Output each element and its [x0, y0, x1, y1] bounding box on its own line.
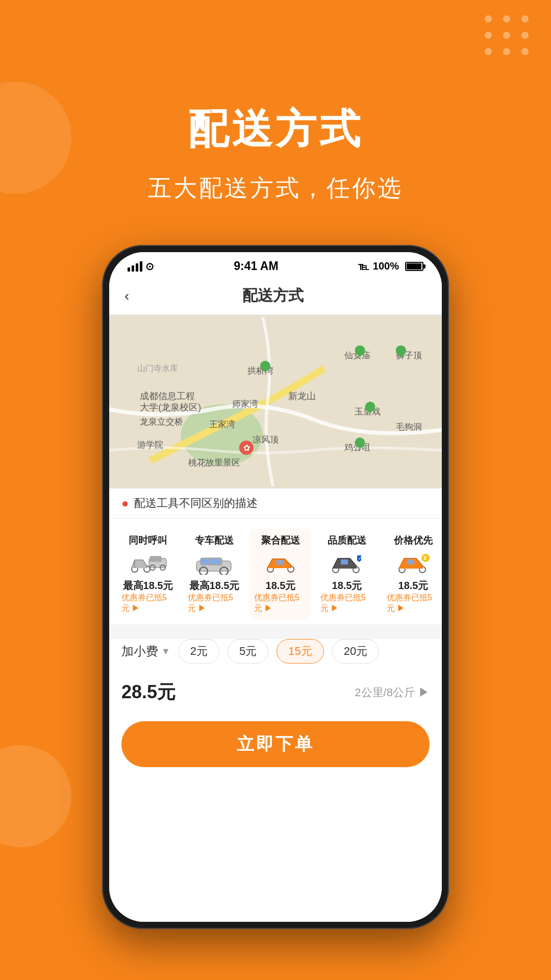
map-area[interactable]: 成都信息工程 大学(龙泉校区) 龙泉立交桥 游学院 王家湾 桃花故里景区 拱桥湾… [109, 315, 442, 488]
svg-rect-0 [109, 317, 442, 486]
option-coupon-5: 优惠券已抵5元 ▶ [387, 593, 440, 614]
option-express-car[interactable]: 专车配送 最高18.5元 优惠券已抵 [184, 529, 245, 619]
signal-icon [128, 261, 142, 272]
svg-rect-48 [341, 559, 348, 565]
option-name-4: 品质配送 [328, 534, 366, 547]
warning-icon: ● [121, 496, 129, 510]
svg-text:毛狗洞: 毛狗洞 [396, 422, 422, 432]
decorative-dot-grid [485, 15, 531, 55]
distance-info: 2公里/8公斤 ▶ [355, 685, 430, 700]
svg-text:凉风顶: 凉风顶 [253, 435, 279, 445]
map-svg: 成都信息工程 大学(龙泉校区) 龙泉立交桥 游学院 王家湾 桃花故里景区 拱桥湾… [109, 315, 442, 488]
svg-text:龙泉立交桥: 龙泉立交桥 [140, 417, 183, 427]
svg-text:师家湾: 师家湾 [232, 399, 258, 409]
option-img-5: ¥ [393, 551, 434, 575]
page-title: 配送方式 [0, 102, 551, 157]
battery-pct: 100% [373, 260, 399, 272]
option-name-1: 同时呼叫 [129, 534, 167, 547]
warning-text: 配送工具不同区别的描述 [134, 496, 258, 511]
option-price-2: 最高18.5元 [189, 579, 240, 593]
svg-text:山门寺水库: 山门寺水库 [137, 363, 178, 373]
nav-bar: ‹ 配送方式 [109, 277, 442, 315]
option-quality[interactable]: 品质配送 ✓ 18.5元 [316, 529, 378, 619]
svg-text:✿: ✿ [243, 443, 250, 452]
option-name-3: 聚合配送 [261, 534, 300, 547]
header-section: 配送方式 五大配送方式，任你选 [0, 102, 551, 204]
screen-bottom [109, 779, 442, 922]
svg-text:桃花故里景区: 桃花故里景区 [188, 458, 240, 468]
svg-text:✓: ✓ [358, 556, 362, 561]
option-price-5: 18.5元 [398, 579, 429, 593]
option-img-4: ✓ [327, 551, 367, 575]
option-price-3: 18.5元 [266, 579, 296, 593]
phone-shell: ⊙ 9:41 AM ℡ 100% ‹ 配送方式 [102, 245, 449, 929]
option-coupon-1: 优惠券已抵5元 ▶ [121, 593, 174, 614]
extra-fee-label: 加小费 ▼ [121, 643, 170, 659]
status-time: 9:41 AM [234, 259, 278, 273]
option-img-3 [260, 551, 301, 575]
svg-text:王家湾: 王家湾 [209, 420, 235, 429]
option-img-1 [128, 551, 168, 575]
status-right: ℡ 100% [358, 260, 423, 273]
svg-rect-34 [150, 556, 161, 561]
option-coupon-3: 优惠券已抵5元 ▶ [254, 593, 307, 614]
phone-mockup: ⊙ 9:41 AM ℡ 100% ‹ 配送方式 [102, 245, 449, 929]
wifi-icon: ⊙ [145, 260, 154, 273]
order-button[interactable]: 立即下单 [121, 721, 430, 767]
delivery-options: 同时呼叫 [109, 519, 442, 624]
page-subtitle: 五大配送方式，任你选 [0, 173, 551, 204]
svg-rect-39 [202, 559, 210, 564]
fee-option-4[interactable]: 20元 [332, 639, 379, 664]
option-name-2: 专车配送 [195, 534, 234, 547]
option-simultaneous[interactable]: 同时呼叫 [117, 529, 179, 619]
svg-rect-52 [407, 559, 414, 565]
option-price-1: 最高18.5元 [123, 579, 173, 593]
fee-option-3[interactable]: 15元 [277, 639, 323, 664]
phone-screen: ⊙ 9:41 AM ℡ 100% ‹ 配送方式 [109, 252, 442, 922]
option-aggregate[interactable]: 聚合配送 18.5元 优惠券已抵5元 ▶ [250, 529, 311, 619]
warning-bar: ● 配送工具不同区别的描述 [109, 488, 442, 519]
svg-text:新龙山: 新龙山 [288, 391, 316, 401]
svg-rect-40 [212, 559, 220, 564]
total-price: 28.5元 [121, 680, 176, 705]
back-button[interactable]: ‹ [124, 288, 129, 304]
decorative-arc-bl [0, 745, 71, 847]
section-divider [109, 631, 442, 632]
option-name-5: 价格优先 [394, 534, 433, 547]
svg-text:大学(龙泉校区): 大学(龙泉校区) [140, 402, 201, 412]
svg-text:¥: ¥ [423, 555, 427, 561]
total-info-row: 28.5元 2公里/8公斤 ▶ [109, 680, 442, 713]
extra-fee-row: 加小费 ▼ 2元 5元 15元 20元 [121, 639, 430, 664]
bluetooth-icon: ℡ [358, 260, 369, 273]
extra-fee-section: 加小费 ▼ 2元 5元 15元 20元 [109, 639, 442, 680]
order-btn-wrap: 立即下单 [109, 713, 442, 779]
fee-option-1[interactable]: 2元 [179, 639, 219, 664]
nav-title: 配送方式 [139, 285, 406, 306]
extra-fee-chevron: ▼ [161, 646, 170, 657]
option-img-2 [194, 551, 235, 575]
option-coupon-4: 优惠券已抵5元 ▶ [320, 593, 373, 614]
svg-rect-45 [277, 560, 284, 565]
option-coupon-2: 优惠券已抵5元 ▶ [188, 593, 241, 614]
status-left: ⊙ [128, 260, 154, 273]
battery-icon [405, 262, 423, 271]
options-scroll[interactable]: 同时呼叫 [109, 529, 442, 619]
svg-text:成都信息工程: 成都信息工程 [140, 391, 195, 401]
svg-text:游学院: 游学院 [137, 440, 163, 450]
status-bar: ⊙ 9:41 AM ℡ 100% [109, 252, 442, 277]
option-price-first[interactable]: 价格优先 ¥ 18.5元 [383, 529, 442, 619]
option-price-4: 18.5元 [332, 579, 362, 593]
fee-option-2[interactable]: 5元 [228, 639, 268, 664]
